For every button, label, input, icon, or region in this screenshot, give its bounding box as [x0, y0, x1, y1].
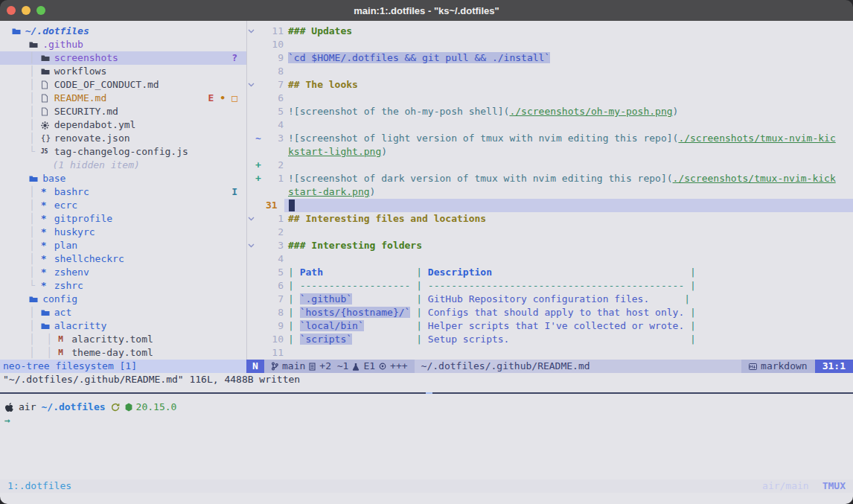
- maximize-button[interactable]: [36, 6, 45, 15]
- fold-chevron-icon[interactable]: [247, 25, 255, 38]
- editor-pane[interactable]: 11### Updates 10 9`cd $HOME/.dotfiles &&…: [247, 25, 853, 360]
- folder-icon: [41, 322, 52, 330]
- tree-item-config[interactable]: config: [0, 293, 246, 306]
- tree-item-bashrc[interactable]: │ *bashrcI: [0, 185, 246, 199]
- tree-item-.github[interactable]: .github: [0, 38, 246, 51]
- editor-line[interactable]: 11### Updates: [247, 25, 853, 38]
- editor-line[interactable]: start-dark.png): [247, 185, 853, 199]
- tree-item-act[interactable]: │ act: [0, 306, 246, 319]
- editor-line[interactable]: 2: [247, 226, 853, 239]
- editor-line[interactable]: 7| `.github` | GitHub Repository configu…: [247, 293, 853, 306]
- editor-line[interactable]: 9| `local/bin` | Helper scripts that I'v…: [247, 319, 853, 333]
- tree-item-gitprofile[interactable]: │ *gitprofile: [0, 212, 246, 226]
- fold-chevron-icon[interactable]: [247, 212, 255, 226]
- editor-line[interactable]: kstart-light.png): [247, 145, 853, 159]
- editor-line[interactable]: 7## The looks: [247, 78, 853, 92]
- star-icon: *: [41, 229, 52, 236]
- editor-line[interactable]: 4: [247, 252, 853, 266]
- terminal-content: ~/.dotfiles .github │ screenshots? │ wor…: [0, 21, 853, 504]
- editor-line[interactable]: +2: [247, 159, 853, 172]
- tree-indent-guide: │: [0, 185, 41, 199]
- file-icon: [41, 107, 52, 116]
- git-sign: +: [255, 159, 265, 172]
- syntax-segment: Configs that should apply to that host o…: [428, 307, 684, 318]
- tree-item-huskyrc[interactable]: │ *huskyrc: [0, 226, 246, 239]
- editor-line[interactable]: 6: [247, 92, 853, 105]
- editor-line[interactable]: 10| `scripts` | Setup scripts. |: [247, 333, 853, 346]
- tree-item-zshenv[interactable]: │ *zshenv: [0, 266, 246, 279]
- minimize-button[interactable]: [22, 6, 31, 15]
- syntax-segment: GitHub Repository configuration files.: [428, 293, 649, 304]
- tree-indent-guide: │: [0, 118, 41, 132]
- editor-line[interactable]: 1## Interesting files and locations: [247, 212, 853, 226]
- git-refresh-icon: [111, 403, 120, 412]
- editor-line[interactable]: 8| `hosts/{hostname}/` | Configs that sh…: [247, 306, 853, 319]
- syntax-segment: |: [288, 267, 300, 278]
- syntax-segment: |: [690, 320, 696, 331]
- tree-indent-guide: │ │: [0, 346, 58, 360]
- tmux-badge: TMUX: [822, 479, 846, 493]
- syntax-segment: [649, 293, 684, 304]
- tree-item-readme.md[interactable]: │ README.mdE•□: [0, 92, 246, 105]
- window-title: main:1:.dotfiles - "ks~/.dotfiles": [354, 5, 499, 16]
- editor-line[interactable]: 5![screenshot of the oh-my-posh shell](.…: [247, 105, 853, 118]
- tree-item-code-of-conduct.md[interactable]: │ CODE_OF_CONDUCT.md: [0, 78, 246, 92]
- tree-item-alacritty[interactable]: │ alacritty: [0, 319, 246, 333]
- editor-line[interactable]: +1![screenshot of dark version of tmux w…: [247, 172, 853, 185]
- tree-item-security.md[interactable]: │ SECURITY.md: [0, 105, 246, 118]
- tree-item-ecrc[interactable]: │ *ecrc: [0, 199, 246, 212]
- editor-line[interactable]: 5| Path | Description |: [247, 266, 853, 279]
- prompt-arrow[interactable]: →: [4, 414, 10, 427]
- tree-item-renovate.json[interactable]: │ {}renovate.json: [0, 132, 246, 145]
- tree-item-screenshots[interactable]: │ screenshots?: [0, 51, 246, 65]
- tree-indent-guide: [0, 38, 29, 51]
- status-badge: •: [220, 92, 226, 105]
- editor-line[interactable]: 11: [247, 346, 853, 360]
- editor-line-text: [284, 346, 853, 360]
- line-number: 11: [265, 25, 284, 38]
- fold-chevron-icon[interactable]: [247, 78, 255, 92]
- editor-line[interactable]: 31: [247, 199, 853, 212]
- syntax-segment: ![screenshot of light version of tmux wi…: [288, 133, 678, 144]
- fold-column: [247, 172, 255, 185]
- tree-item-tag-changelog-config.js[interactable]: └ JStag-changelog-config.js: [0, 145, 246, 159]
- syntax-segment: |: [690, 307, 696, 318]
- titlebar[interactable]: main:1:.dotfiles - "ks~/.dotfiles": [0, 0, 853, 21]
- tree-item--1-hidden-item-[interactable]: (1 hidden item): [0, 159, 246, 172]
- tree-indent-guide: │: [0, 239, 41, 252]
- editor-line-text: [284, 118, 853, 132]
- close-button[interactable]: [7, 6, 16, 15]
- tree-item-zshrc[interactable]: └ *zshrc: [0, 279, 246, 293]
- neotree-panel[interactable]: ~/.dotfiles .github │ screenshots? │ wor…: [0, 25, 246, 360]
- tree-item-shellcheckrc[interactable]: │ *shellcheckrc: [0, 252, 246, 266]
- editor-line[interactable]: ~3![screenshot of light version of tmux …: [247, 132, 853, 145]
- node-icon: [125, 403, 132, 412]
- tmux-pane-border[interactable]: [0, 392, 853, 394]
- tree-item-dependabot.yml[interactable]: │ dependabot.yml: [0, 118, 246, 132]
- git-branch-label: main: [282, 360, 305, 373]
- editor-line-text: ## Interesting files and locations: [284, 212, 853, 226]
- tree-item-theme-day.toml[interactable]: │ │ Mtheme-day.toml: [0, 346, 246, 360]
- tree-item-plan[interactable]: │ *plan: [0, 239, 246, 252]
- fold-column: [247, 333, 255, 346]
- editor-line[interactable]: 4: [247, 118, 853, 132]
- star-icon: *: [41, 269, 52, 276]
- statusline-git-segment: main +2 ~1 E1 +++: [264, 360, 415, 373]
- folder-icon: [41, 54, 52, 62]
- tmux-window-label[interactable]: 1:.dotfiles: [7, 479, 71, 493]
- tree-item-base[interactable]: base: [0, 172, 246, 185]
- editor-line[interactable]: 6| ------------------- | ---------------…: [247, 279, 853, 293]
- editor-line[interactable]: 10: [247, 38, 853, 51]
- editor-line[interactable]: 9`cd $HOME/.dotfiles && git pull && ./in…: [247, 51, 853, 65]
- tree-item-workflows[interactable]: │ workflows: [0, 65, 246, 78]
- sign-column: [255, 293, 265, 306]
- tree-item-label: huskyrc: [54, 226, 95, 239]
- editor-line[interactable]: 8: [247, 65, 853, 78]
- tree-item-label: alacritty.toml: [71, 333, 153, 346]
- tree-item-alacritty.toml[interactable]: │ │ Malacritty.toml: [0, 333, 246, 346]
- syntax-segment: |: [690, 334, 696, 345]
- editor-line[interactable]: 3### Interesting folders: [247, 239, 853, 252]
- fold-chevron-icon[interactable]: [247, 239, 255, 252]
- tree-item--.dotfiles[interactable]: ~/.dotfiles: [0, 25, 246, 38]
- tree-item-label: base: [42, 172, 66, 185]
